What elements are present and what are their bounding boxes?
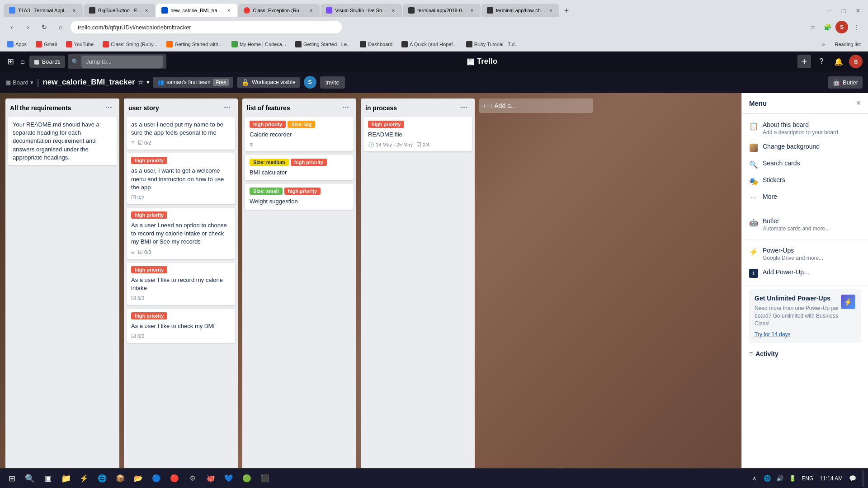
menu-item-background[interactable]: Change background <box>742 139 868 156</box>
menu-close-button[interactable]: × <box>856 99 861 108</box>
tab-close-3[interactable]: × <box>226 7 232 14</box>
notification-icon[interactable]: 🔔 <box>832 55 845 68</box>
tab-close-1[interactable]: × <box>71 7 77 14</box>
browser-menu-icon[interactable]: ⋮ <box>850 21 863 33</box>
trello-logo[interactable]: ▦ Trello <box>467 56 497 66</box>
tab-add-button[interactable]: + <box>560 5 573 17</box>
card-user-story-2[interactable]: high priority as a user, I want to get a… <box>127 153 235 204</box>
menu-item-add-power-up[interactable]: 1 Add Power-Up... <box>742 265 868 282</box>
list-menu-button-features[interactable]: ··· <box>340 102 352 113</box>
board-title[interactable]: new_calorie_BMI_tracker ☆ ▾ <box>42 78 149 87</box>
jump-to-input[interactable] <box>81 56 163 68</box>
bookmark-dashboard[interactable]: Dashboard <box>356 40 396 48</box>
bookmark-getting-started-le[interactable]: Getting Started - Le... <box>292 40 354 48</box>
bookmark-apps[interactable]: Apps <box>4 40 30 48</box>
taskbar-icon-10[interactable]: 🟢 <box>239 470 255 487</box>
show-desktop-button[interactable] <box>862 470 864 487</box>
address-input[interactable] <box>71 21 342 33</box>
tab-close-6[interactable]: × <box>469 7 475 14</box>
menu-item-power-ups[interactable]: ⚡ Power-Ups Google Drive and more... <box>742 243 868 265</box>
butler-button[interactable]: 🤖 Butler <box>828 76 863 89</box>
extensions-icon[interactable]: 🧩 <box>821 21 834 33</box>
tab-6[interactable]: terminal-app/2019-0... × <box>403 4 481 17</box>
taskbar-icon-1[interactable]: ⚡ <box>76 470 92 487</box>
tab-4[interactable]: Class: Exception (Rub... × <box>238 4 320 17</box>
taskbar-volume-icon[interactable]: 🔊 <box>774 473 785 484</box>
taskbar-icon-6[interactable]: 🔴 <box>166 470 183 487</box>
tab-1[interactable]: T1A3 - Terminal Appl... × <box>4 4 83 17</box>
bookmarks-more-button[interactable]: » <box>819 41 827 48</box>
bookmark-class-string[interactable]: Class: String (Ruby... <box>99 40 161 48</box>
taskbar-notification-icon[interactable]: 💬 <box>847 473 858 484</box>
card-weight-suggestion[interactable]: Size: small high priority Weight suggest… <box>245 184 354 209</box>
board-team[interactable]: 👥 saman's first team Free <box>153 77 234 88</box>
tab-5[interactable]: Visual Studio Live Sha... × <box>321 4 402 17</box>
card-calorie-recorder[interactable]: high priority Size: big Calorie recorder… <box>245 117 354 151</box>
bookmark-youtube[interactable]: YouTube <box>62 40 97 48</box>
card-readme[interactable]: high priority README file 🕐 18 May - 25 … <box>363 117 472 151</box>
tab-3[interactable]: new_calorie_BMI_trac... × <box>156 4 237 17</box>
profile-icon[interactable]: S <box>835 21 848 33</box>
card-user-story-5[interactable]: high priority As a user I like to check … <box>127 309 235 343</box>
minimize-button[interactable]: ─ <box>823 5 835 17</box>
forward-button[interactable]: › <box>22 21 34 33</box>
list-menu-button-all-requirements[interactable]: ··· <box>103 102 115 113</box>
card-user-story-4[interactable]: high priority As a user I like to record… <box>127 263 235 305</box>
menu-item-stickers[interactable]: 🎭 Stickers <box>742 173 868 189</box>
user-avatar[interactable]: S <box>849 55 863 68</box>
tab-7[interactable]: terminal-app/flow-ch... × <box>481 4 559 17</box>
list-menu-button-in-process[interactable]: ··· <box>458 102 470 113</box>
bookmark-getting-started[interactable]: Getting Started with... <box>163 40 226 48</box>
menu-item-butler[interactable]: 🤖 Butler Automate cards and more... <box>742 214 868 235</box>
taskbar-time[interactable]: 11:14 AM <box>817 474 845 483</box>
close-window-button[interactable]: × <box>852 5 864 17</box>
tab-close-4[interactable]: × <box>308 7 314 14</box>
bookmark-reading-list[interactable]: Reading list <box>831 41 864 48</box>
boards-button[interactable]: ▦ Boards <box>29 56 65 68</box>
try-link[interactable]: Try for 14 days <box>755 331 791 338</box>
taskbar-file-explorer-icon[interactable]: 📁 <box>58 470 74 487</box>
card-user-story-3[interactable]: high priority As a user I need an option… <box>127 208 235 259</box>
invite-button[interactable]: Invite <box>320 76 345 89</box>
taskbar-network-icon[interactable]: 🌐 <box>762 473 773 484</box>
info-icon[interactable]: ? <box>815 55 828 68</box>
menu-item-about[interactable]: 📋 About this board Add a description to … <box>742 117 868 139</box>
reload-button[interactable]: ↻ <box>38 21 51 33</box>
taskbar-icon-9[interactable]: 💙 <box>221 470 237 487</box>
menu-item-more[interactable]: ··· More <box>742 189 868 206</box>
workspace-visible-button[interactable]: 🔒 Workspace visible <box>237 77 300 88</box>
taskbar-icon-3[interactable]: 📦 <box>112 470 128 487</box>
bookmark-gmail[interactable]: Gmail <box>32 40 61 48</box>
taskbar-search-icon[interactable]: 🔍 <box>22 470 38 487</box>
tab-close-7[interactable]: × <box>547 7 554 14</box>
taskbar-battery-icon[interactable]: 🔋 <box>787 473 798 484</box>
add-list-button[interactable]: + + Add a... <box>479 99 593 113</box>
grid-icon[interactable]: ⊞ <box>5 55 16 68</box>
taskbar-icon-7[interactable]: ⚙ <box>184 470 201 487</box>
bookmark-ruby[interactable]: Ruby Tutorial - Tut... <box>462 40 523 48</box>
home-button[interactable]: ⌂ <box>54 21 67 33</box>
taskbar-up-arrow[interactable]: ∧ <box>749 473 760 484</box>
bookmark-star-icon[interactable]: ☆ <box>807 21 819 33</box>
home-icon[interactable]: ⌂ <box>19 56 27 67</box>
bookmark-quick[interactable]: A Quick (and Hopef... <box>398 40 461 48</box>
list-menu-button-user-story[interactable]: ··· <box>221 102 233 113</box>
taskbar-icon-2[interactable]: 🌐 <box>94 470 110 487</box>
tab-close-2[interactable]: × <box>143 7 150 14</box>
tab-2[interactable]: BigBlueButton - F... × <box>84 4 155 17</box>
card-user-story-1[interactable]: as a user i need put my name to be sure … <box>127 117 235 150</box>
card-all-req-1[interactable]: Your README.md should have a separate he… <box>8 117 117 165</box>
add-button[interactable]: + <box>797 55 811 68</box>
menu-item-search[interactable]: 🔍 Search cards <box>742 156 868 173</box>
bookmark-codecademy[interactable]: My Home | Codeca... <box>228 40 290 48</box>
taskbar-icon-8[interactable]: 🐙 <box>203 470 219 487</box>
taskbar-icon-4[interactable]: 📂 <box>130 470 146 487</box>
start-button[interactable]: ⊞ <box>4 470 20 487</box>
taskbar-icon-5[interactable]: 🔵 <box>148 470 165 487</box>
back-button[interactable]: ‹ <box>5 21 18 33</box>
taskbar-icon-11[interactable]: ⬛ <box>257 470 273 487</box>
maximize-button[interactable]: □ <box>837 5 850 17</box>
tab-close-5[interactable]: × <box>390 7 396 14</box>
board-user-avatar[interactable]: S <box>304 76 316 89</box>
taskbar-language[interactable]: ENG <box>800 474 815 483</box>
